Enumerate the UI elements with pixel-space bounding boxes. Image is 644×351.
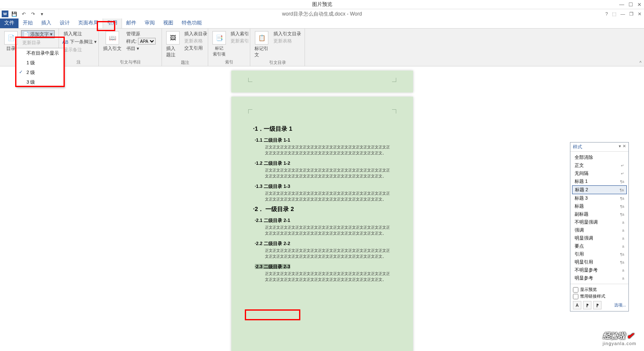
body-2-2[interactable]: 正文正文正文正文正文正文正文正文正文正文正文正文正文正文正文正文正文正文正文正文… [265,248,391,259]
next-footnote[interactable]: AB下一条脚注 ▾ [62,38,97,45]
tab-file[interactable]: 文件 [0,18,19,28]
index-icon: 📑 [212,31,226,45]
add-text-dropdown: 不在目录中显示 1 级 2 级 3 级 [16,48,64,87]
body-2-3[interactable]: 正文正文正文正文正文正文正文正文正文正文正文正文正文正文正文正文正文正文正文正文… [265,271,391,282]
mark-citation-icon: 📋 [255,31,268,45]
heading2-2-1[interactable]: ·2.1 二级目录 2-1 [255,217,391,224]
bibliography[interactable]: 书目 ▾ [125,45,156,52]
show-notes[interactable]: 显示备注 [62,46,82,53]
styles-dropdown-icon[interactable]: ▾ [619,144,621,150]
style-item[interactable]: 明显强调a [572,234,627,242]
tab-view[interactable]: 视图 [159,18,178,28]
insert-citation[interactable]: 📖 插入引文 [102,30,122,53]
style-item[interactable]: 引用¶a [572,250,627,258]
heading2-1-1[interactable]: ·1.1 二级目录 1-1 [255,137,391,143]
body-2-1[interactable]: 正文正文正文正文正文正文正文正文正文正文正文正文正文正文正文正文正文正文正文正文… [265,225,391,236]
tab-references[interactable]: 引用 [103,17,122,28]
styles-options-link[interactable]: 选项... [614,302,626,308]
body-1-2[interactable]: 正文正文正文正文正文正文正文正文正文正文正文正文正文正文正文正文正文正文正文正文… [265,168,391,179]
tab-special[interactable]: 特色功能 [178,18,206,28]
style-item[interactable]: 要点a [572,242,627,250]
heading1-2[interactable]: ·2． 一级目录 2 [253,206,391,213]
word-app-icon: W [2,11,8,17]
cross-ref[interactable]: 交叉引用 [183,45,207,52]
manage-sources[interactable]: 管理源 [125,30,156,37]
styles-close-icon[interactable]: ✕ [623,144,626,150]
insert-index[interactable]: 插入索引 [229,30,249,37]
preview-close-icon[interactable]: ✕ [637,2,641,8]
update-table[interactable]: 更新表格 [183,37,207,45]
style-item[interactable]: 不明显强调a [572,218,627,226]
style-item[interactable]: 强调a [572,226,627,234]
update-toc-button[interactable]: 更新目录 [21,39,55,46]
insert-caption[interactable]: 🖼 插入题注 [165,30,180,59]
style-item[interactable]: 标题 2¶a [572,185,627,194]
style-item[interactable]: 正文↵ [572,161,627,169]
body-1-3[interactable]: 正文正文正文正文正文正文正文正文正文正文正文正文正文正文正文正文正文正文正文正文… [265,191,391,202]
word-close-icon[interactable]: ✕ [638,11,641,17]
style-item[interactable]: 标题¶a [572,202,627,210]
collapse-ribbon-icon[interactable]: ^ [639,61,641,65]
add-text-button[interactable]: 📄 添加文字 ▾ [21,30,55,38]
citation-style[interactable]: 样式: APA [125,37,156,45]
manage-styles-icon[interactable]: ⁋ [593,301,602,309]
insert-tof[interactable]: 插入表目录 [183,30,207,37]
style-item[interactable]: 副标题¶a [572,210,627,218]
style-item[interactable]: 标题 1¶a [572,177,627,185]
insert-toa[interactable]: 插入引文目录 [272,30,301,37]
tab-home[interactable]: 开始 [19,18,37,28]
tab-mailings[interactable]: 邮件 [122,18,140,28]
body-1-1[interactable]: 正文正文正文正文正文正文正文正文正文正文正文正文正文正文正文正文正文正文正文正文… [265,145,391,156]
tab-insert[interactable]: 插入 [37,18,56,28]
redo-icon[interactable]: ↷ [29,11,36,17]
page-1-bottom [231,71,413,92]
style-inspector-icon[interactable]: ⁋ [583,301,591,309]
show-preview-checkbox[interactable]: 显示预览 [573,287,626,293]
preview-title: 图片预览 [312,1,332,8]
style-select[interactable]: APA [138,38,156,45]
new-style-icon[interactable]: A [573,301,581,309]
update-index[interactable]: 更新索引 [229,37,249,45]
document-title: word目录怎么自动生成.docx - Word [282,11,362,18]
tab-review[interactable]: 审阅 [140,18,159,28]
page-2[interactable]: ·1．一级目录 1 ·1.1 二级目录 1-1 正文正文正文正文正文正文正文正文… [231,97,413,351]
check-icon: ✔ [627,331,634,341]
mark-index-entry[interactable]: 📑 标记索引项 [212,30,227,58]
dd-not-in-toc[interactable]: 不在目录中显示 [16,48,64,58]
tab-design[interactable]: 设计 [56,18,74,28]
style-item[interactable]: 无间隔↵ [572,169,627,177]
word-min-icon[interactable]: — [620,11,625,17]
style-item[interactable]: 全部清除 [572,153,627,161]
insert-endnote[interactable]: 插入尾注 [62,30,82,37]
disable-linked-checkbox[interactable]: 禁用链接样式 [573,293,626,299]
heading1-1[interactable]: ·1．一级目录 1 [253,125,391,133]
ribbon-tabs: 文件 开始 插入 设计 页面布局 引用 邮件 审阅 视图 特色功能 [0,18,644,29]
toc-icon: 📄 [4,31,18,45]
heading2-1-3[interactable]: ·1.3 二级目录 1-3 [255,183,391,190]
style-item[interactable]: 明显引用¶a [572,258,627,266]
dd-level2[interactable]: 2 级 [16,68,64,77]
style-item[interactable]: 不明显参考a [572,266,627,274]
heading2-2-3[interactable]: ·2.3 二级目录 2-3 [255,264,391,270]
heading2-2-2[interactable]: ·2.2 二级目录 2-2 [255,240,391,247]
watermark: 经验啦✔ jingyanla.com [603,331,636,346]
style-item[interactable]: 标题 3¶a [572,194,627,202]
help-icon[interactable]: ? [605,11,608,17]
style-item[interactable]: 明显参考a [572,274,627,282]
group-index-label: 索引 [212,59,246,65]
tab-layout[interactable]: 页面布局 [74,18,103,28]
dd-level3[interactable]: 3 级 [16,77,64,87]
preview-min-icon[interactable]: — [619,2,624,8]
update-toa[interactable]: 更新表格 [272,37,301,45]
word-restore-icon[interactable]: ❐ [629,11,633,17]
mark-citation[interactable]: 📋 标记引文 [254,30,270,59]
dd-level1[interactable]: 1 级 [16,58,64,68]
preview-max-icon[interactable]: ☐ [628,2,633,8]
group-caption-label: 题注 [165,60,204,66]
group-toa-label: 引文目录 [254,60,301,66]
qat-dropdown-icon[interactable]: ▾ [39,11,45,17]
save-icon[interactable]: 💾 [11,11,18,17]
ribbon-options-icon[interactable]: ⬚ [612,11,616,17]
heading2-1-2[interactable]: ·1.2 二级目录 1-2 [255,160,391,166]
undo-icon[interactable]: ↶ [20,11,27,17]
